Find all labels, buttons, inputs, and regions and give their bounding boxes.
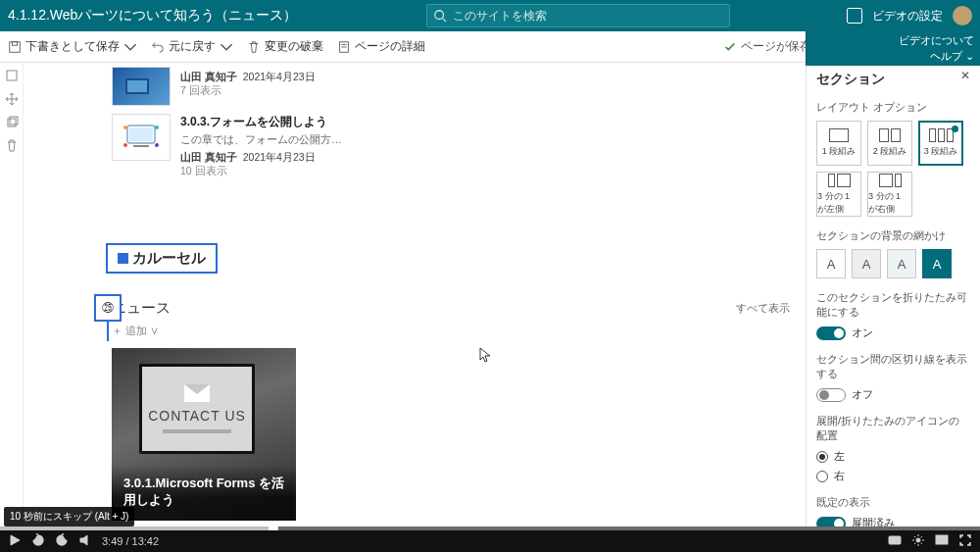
svg-text:30: 30 — [59, 538, 65, 544]
feedback-icon[interactable] — [847, 8, 862, 24]
avatar[interactable] — [953, 6, 972, 25]
details-icon — [337, 40, 351, 54]
svg-rect-24 — [942, 539, 947, 543]
svg-text:10: 10 — [35, 538, 41, 544]
chevron-down-icon[interactable] — [123, 40, 137, 54]
layout-3col[interactable]: 3 段組み — [918, 121, 963, 166]
skip-fwd-button[interactable]: 30 — [55, 533, 69, 549]
svg-point-16 — [155, 125, 159, 129]
svg-rect-11 — [127, 80, 147, 92]
svg-rect-7 — [7, 71, 17, 80]
icon-pos-label: 展開/折りたたみのアイコンの配置 — [816, 414, 970, 443]
news-date: 2021年4月23日 — [243, 151, 316, 163]
save-draft-button[interactable]: 下書きとして保存 — [8, 38, 137, 55]
search-input[interactable]: このサイトを検索 — [426, 4, 730, 27]
svg-point-17 — [123, 143, 127, 147]
card-image: CONTACT US — [139, 364, 255, 454]
svg-rect-13 — [129, 127, 153, 141]
svg-point-18 — [155, 143, 159, 147]
news-author: 山田 真知子 — [180, 151, 237, 163]
check-icon — [723, 40, 737, 54]
svg-point-15 — [123, 125, 127, 129]
news-desc: この章では、フォームの公開方… — [180, 132, 342, 147]
undo-icon — [151, 40, 165, 54]
show-all-link[interactable]: すべて表示 — [736, 301, 790, 316]
layout-2col[interactable]: 2 段組み — [867, 121, 912, 166]
shade-none[interactable]: A — [816, 249, 846, 278]
page-canvas[interactable]: 山田 真知子 2021年4月23日 7 回表示 3.0.3.フォームを公開しよう… — [24, 63, 806, 530]
news-item[interactable]: 山田 真知子 2021年4月23日 7 回表示 — [112, 67, 790, 106]
card-title: 3.0.1.Microsoft Forms を活用しよう — [123, 475, 284, 509]
chevron-down-icon[interactable] — [220, 40, 233, 54]
cc-button[interactable] — [888, 533, 902, 549]
news-item[interactable]: 3.0.3.フォームを公開しよう この章では、フォームの公開方… 山田 真知子 … — [112, 114, 790, 178]
save-icon — [8, 40, 22, 54]
annotation-marker-25: ㉕ — [94, 294, 122, 322]
discard-button[interactable]: 変更の破棄 — [247, 38, 323, 55]
video-about-link[interactable]: ビデオについて — [899, 33, 974, 48]
play-button[interactable] — [8, 533, 22, 549]
search-placeholder: このサイトを検索 — [453, 8, 547, 25]
divider-label: セクション間の区切り線を表示する — [816, 352, 970, 381]
svg-rect-8 — [8, 119, 16, 126]
volume-button[interactable] — [78, 533, 92, 549]
video-settings-link[interactable]: ビデオの設定 — [872, 8, 943, 25]
app-topbar: 4.1.12.Webパーツについて知ろう（ニュース） このサイトを検索 ビデオの… — [0, 0, 980, 31]
default-display-label: 既定の表示 — [816, 495, 970, 510]
svg-rect-9 — [10, 117, 18, 125]
svg-line-1 — [443, 19, 447, 23]
trash-icon — [247, 40, 261, 54]
square-bullet-icon — [118, 253, 128, 264]
svg-point-0 — [435, 11, 444, 20]
rail-edit-icon[interactable] — [5, 69, 19, 82]
news-author: 山田 真知子 — [180, 71, 237, 82]
shade-strong[interactable]: A — [922, 249, 952, 278]
svg-rect-3 — [12, 41, 17, 45]
left-rail — [0, 63, 24, 530]
icon-pos-left[interactable]: 左 — [816, 449, 970, 464]
news-views: 7 回表示 — [180, 84, 316, 98]
section-heading-carousel: カルーセル — [106, 243, 218, 274]
carousel-card[interactable]: CONTACT US 3.0.1.Microsoft Forms を活用しよう — [112, 348, 296, 521]
video-time: 3:49 / 13:42 — [102, 535, 159, 547]
layout-label: レイアウト オプション — [816, 100, 970, 115]
layout-1col[interactable]: 1 段組み — [816, 121, 861, 166]
shade-soft[interactable]: A — [887, 249, 916, 278]
annotation-line — [107, 322, 109, 341]
svg-point-22 — [916, 538, 920, 542]
section-properties-panel: セクション ✕ レイアウト オプション 1 段組み 2 段組み 3 段組み 3 … — [806, 63, 980, 530]
collapse-toggle[interactable]: オン — [816, 326, 970, 340]
skip-back-button[interactable]: 10 — [31, 533, 45, 549]
fullscreen-button[interactable] — [958, 533, 972, 549]
skip-tooltip: 10 秒前にスキップ (Alt + J) — [4, 507, 134, 527]
pip-button[interactable] — [935, 533, 949, 549]
shade-label: セクションの背景の網かけ — [816, 228, 970, 243]
close-icon[interactable]: ✕ — [960, 69, 970, 82]
search-icon — [433, 9, 447, 23]
news-date: 2021年4月23日 — [243, 71, 316, 82]
panel-title: セクション — [816, 71, 970, 88]
rail-copy-icon[interactable] — [5, 116, 19, 129]
divider-toggle[interactable]: オフ — [816, 387, 970, 402]
news-views: 10 回表示 — [180, 165, 342, 178]
collapse-label: このセクションを折りたたみ可能にする — [816, 290, 970, 320]
news-webpart[interactable]: ニュース すべて表示 ＋ 追加 ∨ CONTACT US 3.0.1.Micro… — [112, 299, 790, 530]
envelope-icon — [184, 384, 210, 402]
add-news-button[interactable]: ＋ 追加 ∨ — [112, 324, 790, 338]
news-title: 3.0.3.フォームを公開しよう — [180, 114, 342, 130]
layout-third-left[interactable]: 3 分の 1 が左側 — [816, 172, 861, 217]
page-title: 4.1.12.Webパーツについて知ろう（ニュース） — [8, 7, 297, 25]
video-controls: 10 30 3:49 / 13:42 — [0, 530, 980, 552]
undo-button[interactable]: 元に戻す — [151, 38, 233, 55]
page-details-button[interactable]: ページの詳細 — [337, 38, 425, 55]
settings-button[interactable] — [911, 533, 925, 549]
svg-rect-14 — [133, 145, 149, 147]
rail-move-icon[interactable] — [5, 92, 19, 106]
icon-pos-right[interactable]: 右 — [816, 469, 970, 483]
shade-neutral[interactable]: A — [852, 249, 881, 278]
news-thumb — [112, 67, 171, 106]
svg-rect-2 — [10, 41, 21, 52]
help-link[interactable]: ヘルプ ⌄ — [930, 49, 974, 64]
rail-delete-icon[interactable] — [5, 139, 19, 153]
layout-third-right[interactable]: 3 分の 1 が右側 — [867, 172, 912, 217]
